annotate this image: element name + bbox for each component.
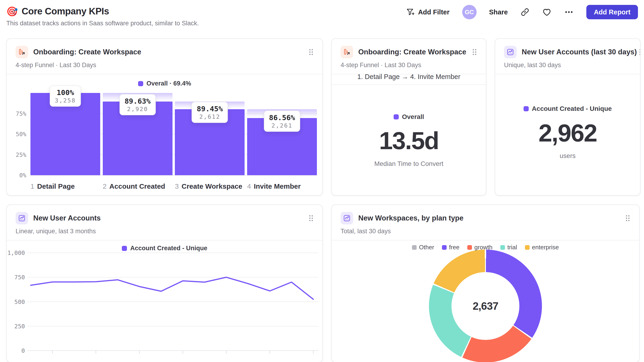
- drag-handle-icon[interactable]: [307, 213, 316, 224]
- insights-report-icon: [504, 46, 516, 58]
- funnel-step-label: 2Account Created: [103, 182, 165, 190]
- funnel-step-pct: 86.56%: [269, 113, 295, 122]
- line-chart-y-tick-label: 1,000: [8, 250, 25, 256]
- line-chart[interactable]: 02505007501,000Apr 20May 4May 18Jun 1Jun…: [7, 240, 322, 362]
- card-subtitle: Linear, unique, last 3 months: [7, 228, 322, 235]
- dashboard-page: 🎯 Core Company KPIs This dataset tracks …: [0, 0, 644, 362]
- drag-handle-icon[interactable]: [307, 46, 316, 58]
- drag-handle-icon[interactable]: [470, 46, 479, 58]
- insights-report-icon: [340, 212, 353, 224]
- legend-swatch: [442, 245, 446, 250]
- card-subtitle: Total, last 30 days: [332, 228, 639, 235]
- copy-link-button[interactable]: [520, 7, 530, 17]
- line-chart-y-tick-label: 500: [14, 299, 25, 305]
- legend-swatch: [394, 114, 399, 119]
- funnel-y-tick-label: 50%: [6, 131, 26, 138]
- funnel-step-pct: 89.45%: [197, 105, 223, 113]
- funnel-step-range: 1. Detail Page → 4. Invite Member: [332, 69, 486, 85]
- cards-row-1: Onboarding: Create Workspace 4-step Funn…: [6, 38, 640, 196]
- funnel-step-label: 4Invite Member: [247, 182, 300, 190]
- funnel-value-tooltip: 100%3,258: [50, 85, 81, 107]
- donut-legend-item[interactable]: trial: [500, 244, 517, 251]
- card-subtitle: 4-step Funnel · Last 30 Days: [7, 61, 322, 69]
- page-title: Core Company KPIs: [22, 6, 109, 16]
- link-icon: [520, 7, 530, 17]
- ellipsis-icon: [564, 7, 574, 17]
- donut-legend-item[interactable]: enterprise: [525, 244, 559, 251]
- favorite-button[interactable]: [542, 7, 552, 17]
- card-title: Onboarding: Create Workspace: [33, 48, 141, 56]
- donut-total-value: 2,637: [473, 300, 498, 312]
- card-time-to-convert: Onboarding: Create Workspace 4-step Funn…: [331, 38, 486, 196]
- legend-label: Overall: [402, 113, 424, 121]
- legend-swatch: [138, 81, 143, 86]
- card-title: New Workspaces, by plan type: [358, 214, 464, 222]
- funnel-step-label: 3Create Workspace: [175, 182, 242, 190]
- funnel-step-count: 2,920: [124, 106, 151, 112]
- funnel-step-pct: 100%: [55, 88, 76, 97]
- funnel-report-icon: [16, 46, 28, 58]
- funnel-step-pct: 89.63%: [124, 97, 151, 105]
- donut-legend-item[interactable]: Other: [412, 244, 434, 251]
- add-filter-label: Add Filter: [418, 8, 450, 16]
- legend-swatch: [500, 245, 505, 250]
- legend-label: enterprise: [532, 244, 559, 251]
- median-time-caption: Median Time to Convert: [332, 160, 486, 168]
- funnel-value-tooltip: 89.45%2,612: [192, 102, 228, 123]
- card-accounts-trend: New User Accounts Linear, unique, last 3…: [6, 204, 323, 362]
- page-subtitle: This dataset tracks actions in Saas soft…: [6, 20, 199, 27]
- funnel-y-tick-label: 75%: [6, 110, 26, 117]
- funnel-step-label: 1Detail Page: [30, 182, 75, 190]
- legend-label: Overall · 69.4%: [146, 80, 191, 87]
- donut-legend-item[interactable]: free: [442, 244, 460, 251]
- legend-swatch: [525, 245, 530, 250]
- legend-label: free: [449, 244, 460, 251]
- line-chart-x-tick-label: May 18: [130, 361, 149, 362]
- card-new-accounts-30d: New User Accounts (last 30 days) Unique,…: [495, 38, 640, 196]
- card-title: Onboarding: Create Workspace: [358, 48, 466, 56]
- avatar[interactable]: GC: [462, 5, 476, 19]
- title-block: 🎯 Core Company KPIs This dataset tracks …: [6, 6, 199, 27]
- card-subtitle: 4-step Funnel · Last 30 Days: [332, 61, 486, 69]
- funnel-report-icon: [340, 46, 353, 58]
- donut-chart[interactable]: 2,637: [429, 250, 542, 362]
- more-menu-button[interactable]: [564, 7, 574, 17]
- line-chart-x-tick-label: May 4: [88, 361, 104, 362]
- legend-label: trial: [507, 244, 517, 251]
- funnel-plot-area: 0%25%50%75%100%3,25889.63%2,92089.45%2,6…: [30, 93, 317, 176]
- top-bar: 🎯 Core Company KPIs This dataset tracks …: [0, 0, 644, 37]
- legend-swatch: [467, 245, 472, 250]
- add-filter-button[interactable]: Add Filter: [406, 8, 450, 16]
- card-title: New User Accounts: [33, 214, 101, 222]
- line-chart-x-tick-label: Jun 15: [217, 361, 235, 362]
- line-chart-y-tick-label: 250: [14, 323, 25, 330]
- drag-handle-icon[interactable]: [637, 46, 640, 58]
- line-chart-y-tick-label: 750: [14, 274, 25, 281]
- funnel-y-tick-label: 25%: [6, 151, 26, 158]
- funnel-value-tooltip: 89.63%2,920: [120, 94, 156, 115]
- filter-plus-icon: [406, 8, 415, 16]
- funnel-step-count: 3,258: [55, 97, 76, 104]
- drag-handle-icon[interactable]: [623, 213, 632, 224]
- funnel-step-count: 2,612: [197, 113, 223, 120]
- card-workspaces-by-plan: New Workspaces, by plan type Total, last…: [331, 204, 640, 362]
- line-chart-y-tick-label: 0: [22, 347, 25, 354]
- funnel-value-tooltip: 86.56%2,261: [264, 111, 300, 132]
- accounts-value: 2,962: [495, 119, 640, 147]
- funnel-y-tick-label: 0%: [6, 172, 26, 179]
- cards-row-2: New User Accounts Linear, unique, last 3…: [6, 204, 640, 362]
- legend-swatch: [524, 106, 529, 111]
- insights-report-icon: [16, 212, 28, 224]
- median-time-value: 13.5d: [332, 127, 486, 155]
- share-button[interactable]: Share: [489, 8, 508, 16]
- accounts-caption: users: [495, 152, 640, 160]
- add-report-button[interactable]: Add Report: [586, 5, 638, 19]
- line-chart-x-tick-label: Jun 1: [176, 361, 190, 362]
- line-chart-x-tick-label: Jul 13: [305, 361, 321, 362]
- card-title: New User Accounts (last 30 days): [522, 48, 637, 56]
- trend-line-series[interactable]: [31, 277, 314, 299]
- legend-label: Account Created - Unique: [532, 105, 612, 112]
- legend-label: Other: [419, 244, 434, 251]
- metric-legend: Account Created - Unique: [495, 105, 640, 112]
- share-label: Share: [489, 8, 508, 16]
